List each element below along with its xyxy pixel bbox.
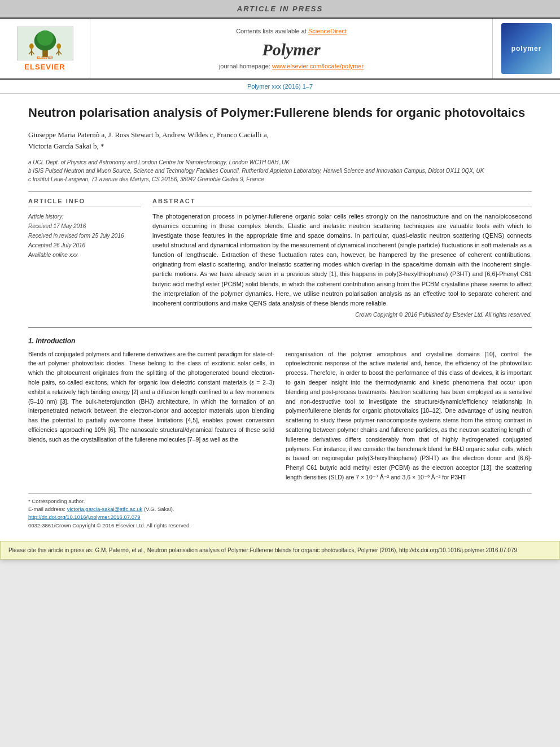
citation-line: Polymer xxx (2016) 1–7 <box>0 80 560 94</box>
email-label: E-mail address: <box>28 506 65 512</box>
svg-text:ELSEVIER: ELSEVIER <box>37 56 53 59</box>
footnote-doi: http://dx.doi.org/10.1016/j.polymer.2016… <box>28 513 532 521</box>
intro-right-text: reorganisation of the polymer amorphous … <box>286 350 532 482</box>
article-in-press-banner: ARTICLE IN PRESS <box>0 0 560 18</box>
journal-header: ELSEVIER ELSEVIER Contents lists availab… <box>0 18 560 80</box>
svg-point-4 <box>29 43 33 49</box>
affiliations: a UCL Dept. of Physics and Astronomy and… <box>28 158 532 184</box>
bottom-notice-text: Please cite this article in press as: G.… <box>8 547 517 553</box>
main-content: Neutron polarisation analysis of Polymer… <box>0 94 560 535</box>
abstract-col: ABSTRACT The photogeneration process in … <box>152 198 532 317</box>
journal-name: Polymer <box>262 40 320 59</box>
polymer-logo-right: polymer <box>492 19 560 78</box>
intro-left: Blends of conjugated polymers and fuller… <box>28 350 274 482</box>
authors: Giuseppe Maria Paternò a, J. Ross Stewar… <box>28 129 532 153</box>
svg-point-8 <box>56 43 61 49</box>
revised-date: Received in revised form 25 July 2016 <box>28 231 141 241</box>
article-info-col: ARTICLE INFO Article history: Received 1… <box>28 198 141 317</box>
intro-left-text: Blends of conjugated polymers and fuller… <box>28 350 274 444</box>
footnote-email: E-mail address: victoria.garcia-sakai@st… <box>28 505 532 513</box>
info-abstract-section: ARTICLE INFO Article history: Received 1… <box>28 198 532 317</box>
elsevier-logo: ELSEVIER ELSEVIER <box>0 19 90 78</box>
intro-right: reorganisation of the polymer amorphous … <box>286 350 532 482</box>
affiliation-a: a UCL Dept. of Physics and Astronomy and… <box>28 158 532 167</box>
authors-line2: Victoria García Sakai b, * <box>28 142 104 150</box>
article-info-content: Article history: Received 17 May 2016 Re… <box>28 212 141 260</box>
received-date: Received 17 May 2016 <box>28 221 141 231</box>
homepage-link[interactable]: www.elsevier.com/locate/polymer <box>272 63 364 69</box>
intro-columns: Blends of conjugated polymers and fuller… <box>28 350 532 482</box>
affiliation-c: c Institut Laue-Langevin, 71 avenue des … <box>28 175 532 184</box>
sciencedirect-link[interactable]: ScienceDirect <box>308 28 347 34</box>
homepage-line: journal homepage: www.elsevier.com/locat… <box>219 63 364 69</box>
abstract-title: ABSTRACT <box>152 198 532 207</box>
doi-link[interactable]: http://dx.doi.org/10.1016/j.polymer.2016… <box>28 514 141 520</box>
banner-text: ARTICLE IN PRESS <box>237 5 323 13</box>
abstract-text: The photogeneration process in polymer-f… <box>152 212 532 308</box>
footnote-email-link[interactable]: victoria.garcia-sakai@stfc.ac.uk <box>67 506 143 512</box>
authors-line1: Giuseppe Maria Paternò a, J. Ross Stewar… <box>28 130 269 139</box>
body-divider <box>28 327 532 328</box>
elsevier-label: ELSEVIER <box>24 63 65 71</box>
email-note: (V.G. Sakai). <box>144 506 174 512</box>
page-wrapper: ARTICLE IN PRESS <box>0 0 560 560</box>
footnote-area: * Corresponding author. E-mail address: … <box>28 493 532 530</box>
citation-text: Polymer xxx (2016) 1–7 <box>247 83 313 90</box>
article-info-title: ARTICLE INFO <box>28 198 141 207</box>
footnote-corresponding: * Corresponding author. <box>28 497 532 505</box>
contents-text: Contents lists available at <box>236 28 307 34</box>
article-title: Neutron polarisation analysis of Polymer… <box>28 105 532 121</box>
homepage-text: journal homepage: <box>219 63 270 69</box>
abstract-copyright: Crown Copyright © 2016 Published by Else… <box>152 312 532 318</box>
journal-center: Contents lists available at ScienceDirec… <box>90 19 492 78</box>
elsevier-tree-image: ELSEVIER <box>17 27 73 60</box>
bottom-notice: Please cite this article in press as: G.… <box>0 541 560 560</box>
polymer-logo-box: polymer <box>501 23 552 74</box>
footnote-issn: 0032-3861/Crown Copyright © 2016 Elsevie… <box>28 522 532 530</box>
history-label: Article history: <box>28 212 141 221</box>
accepted-date: Accepted 26 July 2016 <box>28 241 141 250</box>
affiliation-b: b ISIS Pulsed Neutron and Muon Source, S… <box>28 167 532 175</box>
online-date: Available online xxx <box>28 250 141 260</box>
section-intro-heading: 1. Introduction <box>28 337 532 345</box>
svg-point-3 <box>37 30 53 45</box>
contents-line: Contents lists available at ScienceDirec… <box>236 28 347 34</box>
divider-1 <box>28 191 532 192</box>
polymer-logo-text: polymer <box>511 45 542 53</box>
